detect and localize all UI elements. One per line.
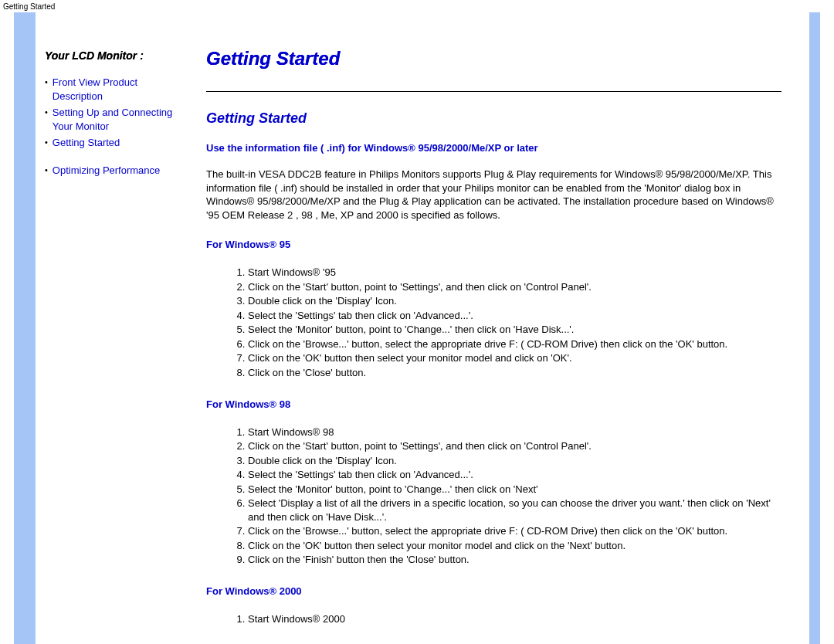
content-area: Getting Started Getting Started Use the … (194, 12, 809, 644)
nav-link-getting-started[interactable]: Getting Started (53, 136, 120, 150)
step-item: Double click on the 'Display' Icon. (248, 454, 781, 468)
step-item: Select the 'Monitor' button, point to 'C… (248, 483, 781, 497)
step-item: Double click on the 'Display' Icon. (248, 294, 781, 308)
nav-link-optimizing[interactable]: Optimizing Performance (53, 164, 160, 178)
steps-list: Start Windows® 98Click on the 'Start' bu… (206, 425, 781, 567)
step-item: Start Windows® '95 (248, 266, 781, 280)
sidebar: Your LCD Monitor : • Front View Product … (36, 12, 194, 644)
sidebar-title: Your LCD Monitor : (45, 49, 186, 62)
step-item: Select the 'Settings' tab then click on … (248, 468, 781, 482)
page-title: Getting Started (206, 48, 781, 69)
title-divider (206, 91, 781, 92)
steps-list: Start Windows® '95Click on the 'Start' b… (206, 266, 781, 379)
sidebar-item-setting-up[interactable]: • Setting Up and Connecting Your Monitor (45, 106, 186, 133)
step-item: Start Windows® 98 (248, 425, 781, 439)
right-accent-stripe (809, 12, 820, 644)
os-heading: For Windows® 98 (206, 398, 781, 410)
step-item: Select the 'Settings' tab then click on … (248, 309, 781, 323)
step-item: Start Windows® 2000 (248, 612, 781, 626)
sidebar-item-front-view[interactable]: • Front View Product Description (45, 76, 186, 103)
step-item: Click on the 'Browse...' button, select … (248, 524, 781, 538)
bullet-icon: • (45, 164, 48, 176)
subsection-heading: Use the information file ( .inf) for Win… (206, 142, 781, 154)
sidebar-item-getting-started[interactable]: • Getting Started (45, 136, 186, 150)
main-container: Your LCD Monitor : • Front View Product … (0, 12, 834, 644)
step-item: Click on the 'Close' button. (248, 366, 781, 380)
left-accent-stripe (14, 12, 36, 644)
nav-link-setting-up[interactable]: Setting Up and Connecting Your Monitor (53, 106, 186, 133)
os-heading: For Windows® 95 (206, 239, 781, 250)
os-heading: For Windows® 2000 (206, 585, 781, 597)
bullet-icon: • (45, 137, 48, 148)
window-title: Getting Started (0, 0, 834, 12)
nav-link-front-view[interactable]: Front View Product Description (53, 76, 186, 103)
intro-paragraph: The built-in VESA DDC2B feature in Phili… (206, 168, 781, 222)
bullet-icon: • (45, 76, 48, 88)
sidebar-nav: • Front View Product Description • Setti… (45, 76, 186, 177)
step-item: Click on the 'Start' button, point to 'S… (248, 280, 781, 294)
step-item: Click on the 'Browse...' button, select … (248, 337, 781, 351)
step-item: Select 'Display a list of all the driver… (248, 497, 781, 524)
step-item: Click on the 'Start' button, point to 'S… (248, 439, 781, 453)
step-item: Click on the 'OK' button then select you… (248, 351, 781, 365)
sidebar-item-optimizing[interactable]: • Optimizing Performance (45, 164, 186, 178)
section-title: Getting Started (206, 110, 781, 127)
nav-spacer (45, 153, 186, 164)
steps-list: Start Windows® 2000 (206, 612, 781, 626)
step-item: Select the 'Monitor' button, point to 'C… (248, 323, 781, 337)
bullet-icon: • (45, 107, 48, 118)
step-item: Click on the 'OK' button then select you… (248, 539, 781, 553)
step-item: Click on the 'Finish' button then the 'C… (248, 553, 781, 567)
